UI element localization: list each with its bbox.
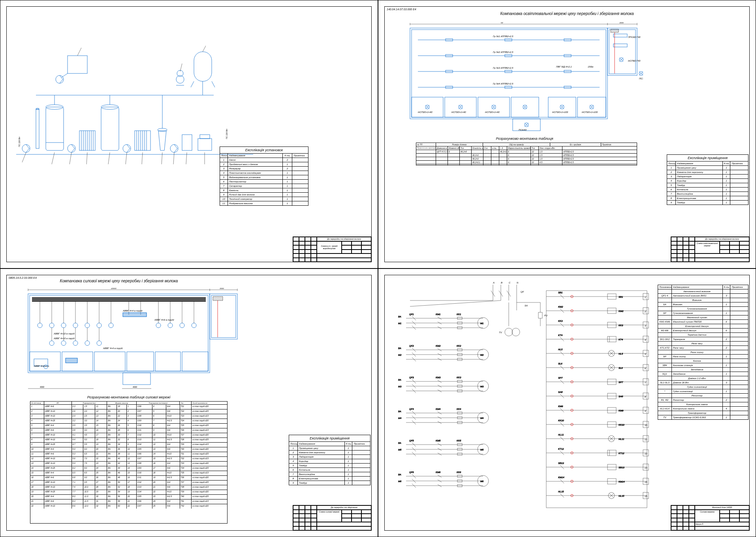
svg-text:НСП20×1×100: НСП20×1×100 bbox=[552, 111, 568, 113]
svg-text:C: C bbox=[509, 282, 511, 284]
component-row: Контрольна лампа bbox=[658, 402, 748, 406]
sheet3-stamp: Де переробки та зберігання Схема силової… bbox=[293, 505, 372, 531]
calc-row: 2 АВВГ 4×10 2.6 2.0 12 ВА 20 2 0.87 5 4×… bbox=[30, 409, 227, 414]
svg-text:M5: M5 bbox=[398, 449, 402, 451]
svg-point-176 bbox=[49, 341, 54, 345]
component-row: TV Трансформатор ОСМ1-0,063 1 bbox=[658, 415, 748, 419]
svg-text:4000: 4000 bbox=[40, 386, 44, 388]
component-row: Електричний двигун bbox=[658, 324, 748, 328]
svg-text:KK10: KK10 bbox=[558, 419, 564, 422]
svg-rect-144 bbox=[127, 352, 154, 371]
calc-row: ШУТ-4 9 1.5646.2×846.2×0.16101.5АППВ2×2.… bbox=[416, 150, 637, 153]
svg-point-169 bbox=[85, 323, 90, 328]
svg-line-43 bbox=[22, 152, 26, 162]
room-row: 4 Коридор 1 bbox=[289, 459, 370, 463]
svg-text:4000: 4000 bbox=[133, 386, 137, 388]
svg-line-51 bbox=[173, 152, 174, 164]
svg-point-171 bbox=[109, 323, 113, 328]
sheet2-title: Компановка освітлювальної мережі цеху пе… bbox=[378, 11, 756, 16]
sheet2-gost: 140.04.14.07.03.000 Е4 bbox=[387, 8, 416, 11]
svg-text:Гр №2 АППВ2×2,5: Гр №2 АППВ2×2,5 bbox=[493, 51, 513, 53]
svg-text:АВВГ 4×4 в трубі: АВВГ 4×4 в трубі bbox=[122, 310, 143, 312]
svg-text:KM1: KM1 bbox=[436, 313, 440, 315]
svg-point-180 bbox=[97, 341, 102, 345]
svg-text:M2: M2 bbox=[480, 354, 484, 356]
calc-row: 1 АВВГ 4×6 2.3 1.5 11 ВА 18 1 0.86 4 4×4… bbox=[30, 404, 227, 409]
svg-text:АВВГ 4×10 в трубі: АВВГ 4×10 в трубі bbox=[53, 337, 75, 340]
svg-text:SL6: SL6 bbox=[619, 367, 623, 369]
component-row: HL1-HL4 Контрольна лампа 4 bbox=[658, 406, 748, 411]
room-row: 5 Тамбур 1 bbox=[289, 463, 370, 468]
svg-text:ВА: ВА bbox=[398, 442, 401, 444]
svg-text:M1: M1 bbox=[398, 322, 401, 325]
equipment-row: 2 Приймальні ваги з бачком 1 bbox=[220, 162, 308, 166]
calc-row: 9 АВВГ 4×25 4.7 5.5 19 ВА 34 9 0.94 12 4… bbox=[30, 442, 227, 447]
calc-row: 20 АВВГ 4×4 8.0 11.0 30 ВА 56 20 0.85 23… bbox=[30, 494, 227, 499]
svg-text:KT12: KT12 bbox=[558, 448, 564, 450]
svg-text:HL15: HL15 bbox=[619, 495, 624, 497]
component-row: SB4 Кнопкове станція 1 bbox=[658, 363, 748, 367]
svg-text:KM5: KM5 bbox=[436, 439, 441, 442]
sheet-4: AB CN QF FU SA TV ВА QF1 KM1 bbox=[378, 268, 756, 537]
component-row: Реле тиску bbox=[658, 350, 748, 354]
svg-rect-143 bbox=[94, 352, 125, 371]
calc3-title: Розрахунково-монтажна таблиця силової ме… bbox=[40, 395, 218, 399]
calc-row: 17 АВВГ 4×10 7.1 9.5 27 ВА 50 17 0.92 20… bbox=[30, 480, 227, 485]
calc-table: № ТП Розміри ділянок ОЩ та проводу Ел. п… bbox=[416, 143, 637, 165]
svg-line-48 bbox=[126, 152, 127, 164]
svg-text:KM2: KM2 bbox=[436, 345, 441, 347]
svg-text:ПСХ40: ПСХ40 bbox=[639, 77, 643, 80]
calc-row: 18 АВВГ 4×10 7.4 10.0 28 ВА 52 18 0.93 2… bbox=[30, 485, 227, 490]
equipment-row: 11 Роздувальна машина 1 bbox=[220, 201, 308, 205]
svg-text:НСП20×1×100: НСП20×1×100 bbox=[582, 111, 598, 113]
svg-text:ПВГ МД-4×2,1: ПВГ МД-4×2,1 bbox=[556, 66, 572, 68]
svg-text:KM6: KM6 bbox=[436, 471, 441, 473]
calc-row: 19 АВВГ 4×25 7.7 10.5 29 ВА 54 19 0.94 2… bbox=[30, 490, 227, 494]
svg-text:KM4: KM4 bbox=[436, 408, 441, 410]
sheet2-stamp: До переробки та зберігання молока Схема … bbox=[671, 237, 750, 262]
calc-row: 3 АВВГ 4×10 2.9 2.5 13 ВА 22 3 0.88 6 4×… bbox=[30, 414, 227, 419]
room-row: 7 Вентиляційна 1 bbox=[667, 192, 748, 196]
svg-text:M4: M4 bbox=[398, 417, 402, 419]
svg-point-1 bbox=[22, 145, 30, 152]
equipment-row: 3 Резервуар 2 bbox=[220, 166, 308, 171]
svg-line-45 bbox=[70, 152, 71, 164]
component-row: Трансформатор bbox=[658, 411, 748, 415]
svg-point-234 bbox=[512, 328, 520, 336]
calc-row: 12 АВВГ 4×10 5.6 7.0 22 ВА 40 12 0.87 15… bbox=[30, 456, 227, 461]
svg-point-7 bbox=[68, 145, 75, 152]
svg-text:QF3: QF3 bbox=[409, 376, 414, 379]
equipment-row: 8 Ємність 1 bbox=[220, 188, 308, 192]
component-row: Резистор bbox=[658, 393, 748, 398]
svg-rect-191 bbox=[66, 358, 77, 363]
svg-text:KT12: KT12 bbox=[619, 452, 624, 454]
component-row: SP Реле тиску 1 bbox=[658, 354, 748, 359]
svg-text:KK4: KK4 bbox=[457, 408, 461, 410]
svg-text:KM2: KM2 bbox=[558, 306, 563, 308]
component-row: SQ1 Запобіжник 1 bbox=[658, 372, 748, 376]
svg-text:HL5: HL5 bbox=[619, 353, 623, 355]
svg-text:FU: FU bbox=[544, 314, 548, 317]
svg-text:KK6: KK6 bbox=[457, 471, 461, 473]
svg-text:ПОН40: ПОН40 bbox=[519, 129, 527, 131]
svg-text:ВА: ВА bbox=[398, 315, 401, 318]
svg-text:SB1: SB1 bbox=[558, 291, 562, 294]
svg-point-177 bbox=[61, 341, 66, 345]
svg-text:QF4: QF4 bbox=[409, 408, 414, 410]
svg-rect-187 bbox=[213, 297, 223, 300]
svg-rect-147 bbox=[123, 373, 150, 385]
svg-text:НСП20×1×40: НСП20×1×40 bbox=[418, 111, 433, 113]
sheet1-stamp: До переробки та зберігання молока Схема … bbox=[293, 237, 372, 262]
svg-text:SA8: SA8 bbox=[558, 391, 563, 393]
svg-text:ВА: ВА bbox=[398, 347, 401, 349]
calc-row: 4 АВВГ 4×25 3.2 3.0 14 ВА 24 4 0.89 7 4×… bbox=[30, 419, 227, 423]
svg-point-170 bbox=[97, 323, 102, 328]
svg-text:Гр №4 АППВ2×2,5: Гр №4 АППВ2×2,5 bbox=[493, 83, 513, 85]
sheet3-title: Компановка силової мережі цеху переробки… bbox=[0, 279, 237, 283]
svg-text:HL15: HL15 bbox=[558, 490, 564, 493]
svg-text:1: 1 bbox=[645, 296, 646, 299]
svg-point-178 bbox=[73, 341, 78, 345]
svg-text:НСП20×1×40: НСП20×1×40 bbox=[451, 111, 466, 113]
power-plan: АВВГ 4×4 в трубі АВВГ 4×6 в трубі АВВГ 4… bbox=[24, 288, 249, 391]
svg-line-54 bbox=[77, 48, 81, 56]
